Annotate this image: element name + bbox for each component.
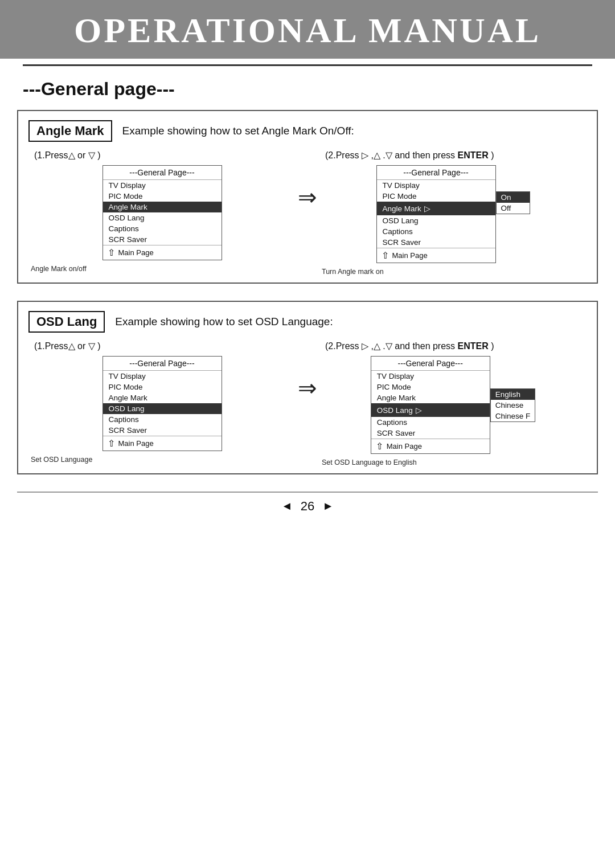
- osd-main-page-label-1: Main Page: [118, 439, 154, 448]
- osd-home-icon-2: ⇧: [376, 441, 383, 452]
- menu-item-pic-mode-2: PIC Mode: [377, 191, 495, 202]
- caption1: Angle Mark on/off: [28, 265, 87, 273]
- osd-item-pic-mode-2: PIC Mode: [371, 382, 490, 392]
- osd-menu-footer-1: ⇧ Main Page: [103, 436, 222, 451]
- osd-submenu-box: English Chinese Chinese F: [490, 388, 536, 422]
- angle-mark-diagram1: (1.Press△ or ▽ ) ---General Page--- TV D…: [28, 150, 296, 273]
- step1-label: (1.Press△ or ▽ ): [28, 150, 100, 161]
- osd-home-icon-1: ⇧: [108, 438, 115, 449]
- osd-menu-footer-2: ⇧ Main Page: [371, 439, 490, 453]
- angle-mark-desc: Example showing how to set Angle Mark On…: [122, 125, 354, 137]
- header-divider: [23, 64, 592, 66]
- menu-item-osd-lang-2: OSD Lang: [377, 215, 495, 226]
- osd-item-scr-saver-2: SCR Saver: [371, 428, 490, 439]
- menu-box-2: ---General Page--- TV Display PIC Mode A…: [376, 165, 496, 263]
- osd-arrow: ⇒: [296, 341, 319, 401]
- submenu-off: Off: [497, 203, 530, 214]
- osd-lang-desc: Example showing how to set OSD Language:: [115, 316, 333, 328]
- osd-step1-label: (1.Press△ or ▽ ): [28, 341, 100, 351]
- osd-lang-diagrams: (1.Press△ or ▽ ) ---General Page--- TV D…: [28, 341, 587, 466]
- diagram1-wrapper: ---General Page--- TV Display PIC Mode A…: [28, 165, 296, 273]
- osd-item-captions-2: Captions: [371, 417, 490, 428]
- page-title: OPERATIONAL MANUAL: [0, 10, 615, 51]
- submenu-chinese: Chinese: [491, 400, 535, 411]
- menu-item-captions-1: Captions: [103, 223, 222, 234]
- osd-menu-item-scr-saver: SCR Saver: [103, 425, 222, 436]
- menu-title-1: ---General Page---: [103, 166, 222, 180]
- header: OPERATIONAL MANUAL: [0, 0, 615, 59]
- page-footer: ◄ 26 ►: [17, 492, 598, 524]
- menu-title-2: ---General Page---: [377, 166, 495, 180]
- angle-mark-diagram2: (2.Press ▷ ,△ .▽ and then press ENTER ) …: [319, 150, 587, 276]
- osd-menu-with-popup: ---General Page--- TV Display PIC Mode A…: [371, 356, 536, 454]
- menu-footer-2: ⇧ Main Page: [377, 248, 495, 263]
- home-icon-1: ⇧: [108, 247, 115, 258]
- osd-lang-header: OSD Lang Example showing how to set OSD …: [28, 311, 587, 333]
- menu-footer-1: ⇧ Main Page: [103, 245, 222, 260]
- submenu-box-1: On Off: [496, 191, 530, 214]
- osd-lang-diagram1: (1.Press△ or ▽ ) ---General Page--- TV D…: [28, 341, 296, 464]
- osd-caption2: Set OSD Language to English: [319, 458, 417, 466]
- submenu-on: On: [497, 192, 530, 203]
- submenu-english: English: [491, 389, 535, 400]
- right-arrow-1: ⇒: [298, 184, 317, 210]
- page-number-display: 26: [301, 499, 314, 514]
- menu-item-tv-display-1: TV Display: [103, 180, 222, 191]
- osd-menu-title-1: ---General Page---: [103, 357, 222, 371]
- next-page-arrow[interactable]: ►: [322, 499, 334, 513]
- menu-item-scr-saver-2: SCR Saver: [377, 237, 495, 248]
- osd-item-angle-mark-2: Angle Mark: [371, 392, 490, 403]
- prev-page-arrow[interactable]: ◄: [281, 499, 293, 513]
- osd-menu-box-2: ---General Page--- TV Display PIC Mode A…: [371, 356, 490, 454]
- menu-item-pic-mode-1: PIC Mode: [103, 191, 222, 202]
- home-icon-2: ⇧: [382, 250, 389, 261]
- menu-box-1: ---General Page--- TV Display PIC Mode A…: [102, 165, 222, 260]
- main-page-label-1: Main Page: [118, 248, 154, 257]
- osd-caption1: Set OSD Language: [28, 456, 92, 464]
- osd-diagram1-wrapper: ---General Page--- TV Display PIC Mode A…: [28, 356, 296, 464]
- submenu-arrow-1: ▷: [424, 203, 431, 214]
- submenu-arrow-2: ▷: [415, 404, 423, 416]
- angle-mark-diagrams: (1.Press△ or ▽ ) ---General Page--- TV D…: [28, 150, 587, 276]
- main-page-label-2: Main Page: [392, 251, 428, 260]
- right-arrow-2: ⇒: [298, 375, 317, 401]
- angle-mark-section: Angle Mark Example showing how to set An…: [17, 110, 598, 284]
- step2-label: (2.Press ▷ ,△ .▽ and then press ENTER ): [319, 150, 494, 161]
- osd-menu-item-angle-mark: Angle Mark: [103, 392, 222, 403]
- osd-step2-label: (2.Press ▷ ,△ .▽ and then press ENTER ): [319, 341, 494, 351]
- osd-menu-box-1: ---General Page--- TV Display PIC Mode A…: [102, 356, 222, 451]
- osd-menu-item-pic-mode: PIC Mode: [103, 382, 222, 392]
- osd-lang-label: OSD Lang: [28, 311, 105, 333]
- submenu-chinese-f: Chinese F: [491, 411, 535, 421]
- menu-with-popup-1: ---General Page--- TV Display PIC Mode A…: [376, 165, 530, 263]
- osd-menu-item-tv-display: TV Display: [103, 371, 222, 382]
- angle-mark-header: Angle Mark Example showing how to set An…: [28, 120, 587, 142]
- page-number-inner: ◄ 26 ►: [281, 499, 334, 514]
- osd-item-osd-lang-2: OSD Lang ▷: [371, 403, 490, 417]
- menu-item-tv-display-2: TV Display: [377, 180, 495, 191]
- angle-mark-label: Angle Mark: [28, 120, 112, 142]
- osd-item-tv-display-2: TV Display: [371, 371, 490, 382]
- osd-lang-section: OSD Lang Example showing how to set OSD …: [17, 301, 598, 474]
- osd-lang-diagram2: (2.Press ▷ ,△ .▽ and then press ENTER ) …: [319, 341, 587, 466]
- menu-item-angle-mark-1: Angle Mark: [103, 202, 222, 212]
- menu-item-captions-2: Captions: [377, 226, 495, 237]
- menu-item-angle-mark-2: Angle Mark ▷: [377, 202, 495, 215]
- osd-main-page-label-2: Main Page: [387, 442, 422, 451]
- menu-item-scr-saver-1: SCR Saver: [103, 234, 222, 245]
- diagram2-wrapper: ---General Page--- TV Display PIC Mode A…: [319, 165, 587, 276]
- osd-diagram2-wrapper: ---General Page--- TV Display PIC Mode A…: [319, 356, 587, 466]
- general-page-heading: ---General page---: [23, 79, 615, 100]
- menu-item-osd-lang-1: OSD Lang: [103, 212, 222, 223]
- arrow-1: ⇒: [296, 150, 319, 210]
- osd-menu-item-osd-lang: OSD Lang: [103, 403, 222, 414]
- osd-menu-item-captions: Captions: [103, 414, 222, 425]
- caption2: Turn Angle mark on: [319, 268, 384, 276]
- osd-menu-title-2: ---General Page---: [371, 357, 490, 371]
